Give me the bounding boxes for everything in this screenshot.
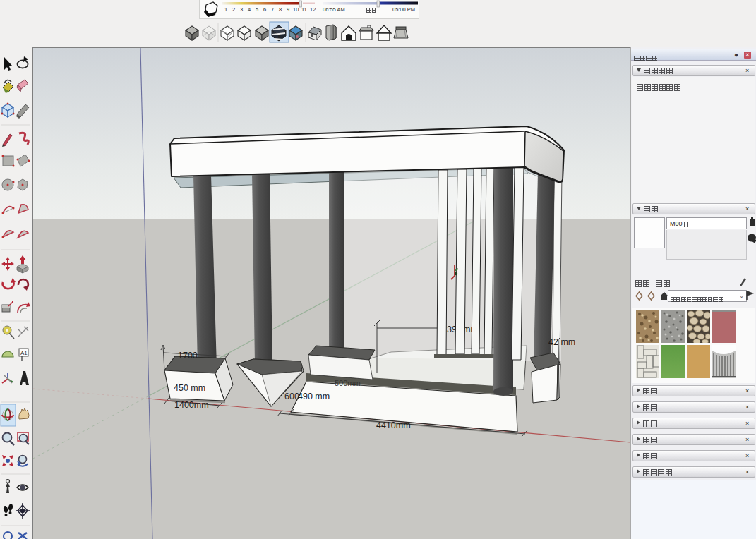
svg-text:500mm: 500mm [335,379,361,387]
svg-text:A1: A1 [20,350,28,356]
svg-text:600: 600 [284,392,299,401]
svg-text:4410mm: 4410mm [376,420,411,430]
svg-text:1700: 1700 [178,351,198,361]
svg-text:42 mm: 42 mm [548,337,575,347]
svg-text:450 mm: 450 mm [174,383,205,393]
svg-text:1400mm: 1400mm [174,400,209,410]
svg-text:490 mm: 490 mm [298,392,330,401]
